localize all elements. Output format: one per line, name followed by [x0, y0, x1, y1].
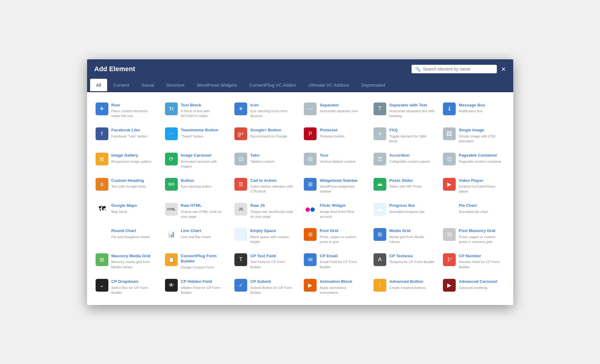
element-item[interactable]: !Advanced ButtonCreate creative buttons.	[370, 275, 439, 299]
tab-content[interactable]: Content	[107, 79, 135, 91]
element-item[interactable]: ⊞Widgetised SidebarWordPress widgetised …	[300, 174, 369, 198]
element-item[interactable]: ⊡TabsTabbed content	[231, 148, 300, 173]
tab-ultimate-vc-addons[interactable]: Ultimate VC Addons	[302, 79, 355, 91]
element-desc: Animated pie chart	[459, 209, 504, 214]
element-item[interactable]: ⊞Masonry Media GridMasonry media grid fr…	[92, 249, 161, 274]
element-info: RowPlace content elements inside the row	[111, 102, 157, 119]
element-icon: ▬	[374, 203, 386, 216]
element-item[interactable]: 📋ConvertPlug Form BuilderDesign Custom F…	[161, 249, 230, 274]
element-item[interactable]: 📊Line ChartLine and Bar charts	[161, 224, 230, 248]
element-desc: Textarea for CP Form Builder	[389, 259, 435, 264]
element-icon: !	[374, 279, 386, 292]
element-icon: +	[96, 102, 108, 115]
element-item[interactable]: ↕Empty SpaceBlank space with custom heig…	[231, 224, 300, 248]
element-item[interactable]: 🐦Tweetmeme Button"Tweet" button	[161, 123, 230, 148]
element-item[interactable]: ≡FAQToggle element for Q&A block	[370, 123, 439, 148]
element-item[interactable]: —SeparatorHorizontal separator line	[300, 98, 369, 123]
element-desc: WordPress widgetised sidebar	[320, 184, 365, 194]
element-name: Image Gallery	[111, 153, 157, 158]
element-desc: Text with Google fonts	[111, 184, 157, 189]
element-name: Advanced Carousel	[459, 279, 504, 284]
element-desc: Collapsible content panels	[389, 159, 435, 164]
element-item[interactable]: ℹMessage BoxNotification box	[439, 98, 508, 123]
element-item[interactable]: ✉CP EmailEmail Field for CP Form Builder	[300, 249, 369, 274]
element-info: Custom HeadingText with Google fonts	[111, 178, 157, 189]
element-name: Tweetmeme Button	[181, 127, 226, 133]
element-item[interactable]: ⌄CP DropdownSelect Box for CP Form Build…	[92, 275, 161, 299]
element-item[interactable]: ⊞Post GridPosts, pages or custom posts i…	[300, 224, 369, 248]
element-item[interactable]: 🖼Single ImageSimple image with CSS anima…	[439, 123, 508, 148]
element-item[interactable]: TSeparator with TextHorizontal separator…	[370, 98, 439, 123]
element-name: Post Grid	[320, 228, 365, 234]
element-info: Image GalleryResponsive image gallery	[111, 153, 157, 164]
element-item[interactable]: ☰AccordionCollapsible content panels	[370, 148, 439, 173]
element-item[interactable]: ◑Pie ChartAnimated pie chart	[439, 199, 508, 223]
element-icon: ⊡	[443, 153, 456, 165]
element-item[interactable]: GOButtonEye catching button	[161, 174, 230, 198]
element-item[interactable]: TtText BlockA block of text with WYSIWYG…	[161, 98, 230, 123]
element-desc: Tabbed content	[250, 159, 296, 164]
element-info: Pie ChartAnimated pie chart	[459, 203, 504, 214]
element-item[interactable]: 🗺Google MapsMap block	[92, 199, 161, 223]
close-button[interactable]: ×	[501, 65, 506, 73]
element-icon: T	[374, 102, 386, 115]
search-icon: 🔍	[415, 67, 420, 71]
element-item[interactable]: g+Google+ ButtonRecommend on Google	[231, 123, 300, 148]
element-item[interactable]: ⊟TourVertical tabbed content	[300, 148, 369, 173]
element-name: ConvertPlug Form Builder	[181, 253, 226, 264]
element-desc: Simple image with CSS animation	[459, 134, 504, 144]
element-item[interactable]: ⊞Media GridMedia grid from Media Library	[370, 224, 439, 248]
element-desc: Apply animations everywhere.	[320, 285, 365, 295]
element-item[interactable]: ▶Video PlayerEmbed YouTube/Vimeo player	[439, 174, 508, 198]
element-desc: Carousel anything.	[459, 285, 504, 290]
element-desc: Embed YouTube/Vimeo player	[459, 184, 504, 194]
element-name: Pageable Container	[459, 153, 504, 158]
element-item[interactable]: ✓CP SubmitSubmit Button for CP Form Buil…	[231, 275, 300, 299]
element-item[interactable]: PPinterestPinterest button	[300, 123, 369, 148]
element-item[interactable]: ⟳Image CarouselAnimated carousel with im…	[161, 148, 230, 173]
element-info: Widgetised SidebarWordPress widgetised s…	[320, 178, 365, 194]
element-item[interactable]: ⛰Posts SliderSlider with WP Posts	[370, 174, 439, 198]
element-item[interactable]: ▶Advanced CarouselCarousel anything.	[439, 275, 508, 299]
element-info: Advanced CarouselCarousel anything.	[459, 279, 504, 290]
tab-deprecated[interactable]: Deprecated	[355, 79, 391, 91]
element-info: Google MapsMap block	[111, 203, 157, 214]
element-item[interactable]: +RowPlace content elements inside the ro…	[92, 98, 161, 123]
element-desc: Select Box for CP Form Builder	[111, 285, 157, 295]
tab-wordpress-widgets[interactable]: WordPress Widgets	[191, 79, 243, 91]
element-name: Tabs	[250, 153, 296, 158]
element-item[interactable]: ☀IconEye catching icons from libraries	[231, 98, 300, 123]
element-desc: Slider with WP Posts	[389, 184, 435, 189]
tab-convertplug-vc-addon[interactable]: ConvertPlug VC Addon	[243, 79, 302, 91]
element-icon: 👁	[165, 279, 178, 292]
element-item[interactable]: ⊟Post Masonry GridPosts, pages or custom…	[439, 224, 508, 248]
element-item[interactable]: 👁CP Hidden FieldHidden Field for CP Form…	[161, 275, 230, 299]
element-desc: Facebook "Like" button	[111, 134, 157, 139]
element-item[interactable]: JSRaw JSOutput raw JavaScript code on yo…	[231, 199, 300, 223]
tab-all[interactable]: All	[90, 79, 107, 91]
element-item[interactable]: ▶Animation BlockApply animations everywh…	[300, 275, 369, 299]
element-icon: ℹ	[443, 102, 456, 115]
element-item[interactable]: ☰Call to ActionCatch visitors attention …	[231, 174, 300, 198]
element-item[interactable]: ⊡Pageable ContainerPageable content cont…	[439, 148, 508, 173]
element-item[interactable]: fFacebook LikeFacebook "Like" button	[92, 123, 161, 148]
element-item[interactable]: ACP TextareaTextarea for CP Form Builder	[370, 249, 439, 274]
element-item[interactable]: ⊞Image GalleryResponsive image gallery	[92, 148, 161, 173]
element-info: CP Hidden FieldHidden Field for CP Form …	[181, 279, 226, 295]
element-item[interactable]: TCP Text FieldText Field for CP Form Bui…	[231, 249, 300, 274]
element-icon: ⛰	[374, 178, 386, 191]
element-info: AccordionCollapsible content panels	[389, 153, 435, 164]
search-input[interactable]	[423, 67, 493, 71]
element-item[interactable]: ▬Progress BarAnimated progress bar	[370, 199, 439, 223]
element-item[interactable]: aCustom HeadingText with Google fonts	[92, 174, 161, 198]
element-name: Accordion	[389, 153, 435, 158]
tab-structure[interactable]: Structure	[160, 79, 191, 91]
element-item[interactable]: HTMLRaw HTMLOutput raw HTML code on your…	[161, 199, 230, 223]
element-item[interactable]: ⬤⬤Flickr WidgetImage feed from Flickr ac…	[300, 199, 369, 223]
element-icon: ⊞	[96, 153, 108, 165]
element-item[interactable]: ◎Round ChartPie and Doughnut charts	[92, 224, 161, 248]
element-desc: Animated progress bar	[389, 209, 435, 214]
element-icon: JS	[234, 203, 247, 216]
element-item[interactable]: 1²CP NumberNumber Field for CP Form Buil…	[439, 249, 508, 274]
tab-social[interactable]: Social	[135, 79, 160, 91]
